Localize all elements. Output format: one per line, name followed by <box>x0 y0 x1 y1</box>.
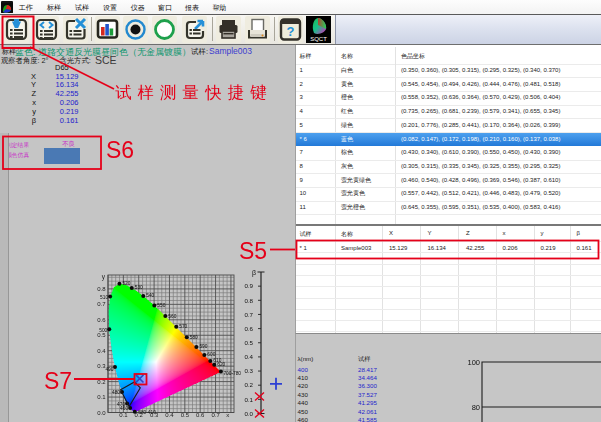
menu-item-1[interactable]: 工作 <box>19 3 33 13</box>
observer-angle: 观察者角度: 2° <box>1 56 49 66</box>
standards-row-2[interactable]: 2黄色(0.545, 0.454), (0.494, 0.426), (0.44… <box>296 78 601 92</box>
standards-samples-panel: 标样名称色品坐标1白色(0.350, 0.360), (0.305, 0.315… <box>295 45 601 333</box>
y-axis-label: y <box>102 273 106 281</box>
samples-header-7: y <box>541 230 544 236</box>
samples-header-6: x <box>503 230 506 236</box>
samples-header-2: 名称 <box>341 230 353 239</box>
transfer-list-button[interactable] <box>34 16 59 43</box>
xyz-row-label: β <box>32 117 36 126</box>
print-preview-button[interactable] <box>245 16 270 43</box>
standards-row-5[interactable]: 5绿色(0.201, 0.776), (0.285, 0.441), (0.17… <box>296 119 601 133</box>
menu-item-2[interactable]: 标样 <box>47 3 61 13</box>
annotation-s5: S5 <box>239 238 267 265</box>
y-tick-label: 0.6 <box>97 317 106 323</box>
sqct-button[interactable]: SQCT <box>306 16 331 43</box>
x-tick-label: 0.1 <box>119 412 128 418</box>
beta-tick-label: 0.6 <box>244 325 253 332</box>
spectral-panel: λ(nm) 试样 40028.41741034.46442036.3004303… <box>295 333 601 422</box>
standards-row-name: 红色 <box>341 105 353 119</box>
standards-row-8[interactable]: 8灰色(0.305, 0.315), (0.335, 0.345), (0.32… <box>296 160 601 174</box>
standards-row-4[interactable]: 4红色(0.735, 0.265), (0.681, 0.239), (0.57… <box>296 105 601 119</box>
measure-sample-shortcut-button[interactable] <box>4 16 29 43</box>
x-tick-label: 0.3 <box>150 412 159 418</box>
beta-plus-marker <box>270 378 282 390</box>
spectral-sample-header: 试样 <box>358 355 370 364</box>
menu-item-8[interactable]: 帮助 <box>213 3 227 13</box>
delete-record-button[interactable] <box>63 16 88 43</box>
standards-row-coords: (0.645, 0.355), (0.595, 0.351), (0.535, … <box>401 201 560 215</box>
menu-item-6[interactable]: 窗口 <box>158 3 172 13</box>
standards-row-3[interactable]: 3橙色(0.558, 0.352), (0.636, 0.364), (0.57… <box>296 91 601 105</box>
standards-row-coords: (0.557, 0.442), (0.512, 0.421), (0.446, … <box>401 187 560 201</box>
standards-row-6[interactable]: * 6蓝色(0.082, 0.147), (0.172, 0.198), (0.… <box>296 133 601 147</box>
wavelength-header: λ(nm) <box>298 355 314 362</box>
x-tick-label: 0.4 <box>165 412 174 418</box>
color-simulation-swatch <box>44 148 80 164</box>
y-tick-label: 0.2 <box>97 379 106 385</box>
beta-axis-label: β <box>252 269 256 277</box>
standards-row-name: 灰色 <box>341 160 353 174</box>
samples-row-1[interactable]: * 1Sample00315.12916.13442.2550.2060.219… <box>296 241 601 252</box>
print-button[interactable] <box>216 16 241 43</box>
export-data-button[interactable] <box>182 16 207 43</box>
spectral-row-3: 42036.300 <box>296 382 416 390</box>
spectral-wavelength: 410 <box>298 374 308 382</box>
spectral-wavelength: 420 <box>298 382 308 390</box>
xyz-value-table: X15.129Y16.134Z42.255x0.206y0.219β0.161 <box>0 73 80 127</box>
samples-cell: 15.129 <box>389 245 407 251</box>
sqct-label: SQCT <box>310 36 327 42</box>
standards-row-1[interactable]: 1白色(0.350, 0.360), (0.305, 0.315), (0.29… <box>296 64 601 78</box>
mdi-background-strip <box>0 133 9 422</box>
printer-icon <box>216 16 241 43</box>
standards-row-10[interactable]: 10萤光黄色(0.557, 0.442), (0.512, 0.421), (0… <box>296 187 601 201</box>
menu-item-4[interactable]: 设置 <box>103 3 117 13</box>
spectral-row-6: 45042.061 <box>296 408 416 416</box>
standards-row-name: 橙色 <box>341 91 353 105</box>
row-divider <box>296 286 601 287</box>
menu-item-3[interactable]: 试样 <box>75 3 89 13</box>
measure-standard-button[interactable] <box>123 16 148 43</box>
standards-row-9[interactable]: 9萤光黄绿色(0.460, 0.540), (0.428, 0.496), (0… <box>296 174 601 188</box>
samples-table-top-border <box>296 224 601 226</box>
standards-row-11[interactable]: 11萤光橙色(0.645, 0.355), (0.595, 0.351), (0… <box>296 201 601 215</box>
standards-row-7[interactable]: 7棕色(0.430, 0.340), (0.610, 0.390), (0.55… <box>296 146 601 160</box>
samples-cell: 42.255 <box>466 245 484 251</box>
chart-view-button[interactable] <box>95 16 120 43</box>
beta-tick-label: 0.3 <box>244 367 253 374</box>
spectral-wavelength: 400 <box>298 366 308 374</box>
standards-row-coords: (0.430, 0.340), (0.610, 0.390), (0.550, … <box>401 146 560 160</box>
standards-row-coords: (0.735, 0.265), (0.681, 0.239), (0.579, … <box>401 105 560 119</box>
row-divider <box>296 275 601 276</box>
row-divider <box>296 252 601 253</box>
xyz-row-value: 0.161 <box>60 117 79 126</box>
samples-cell: 0.219 <box>541 245 556 251</box>
app-icon <box>1 1 13 13</box>
standards-row-coords: (0.201, 0.776), (0.285, 0.441), (0.170, … <box>401 119 560 133</box>
standards-row-name: 棕色 <box>341 146 353 160</box>
standards-row-name: 萤光黄色 <box>341 187 365 201</box>
toolbar-separator <box>212 17 213 41</box>
menu-item-5[interactable]: 仪器 <box>131 3 145 13</box>
beta-tick-label: 0.9 <box>244 282 253 289</box>
standards-row-id: 1 <box>300 64 303 78</box>
standards-row-coords: (0.460, 0.540), (0.428, 0.496), (0.369, … <box>401 174 560 188</box>
spectral-wavelength: 430 <box>298 391 308 399</box>
list-transfer-icon <box>34 16 59 43</box>
color-simulation-label: 颜色仿真 <box>6 151 29 160</box>
standards-row-id: 7 <box>300 146 303 160</box>
print-preview-icon <box>245 16 270 43</box>
annotation-shortcut-label: 试样测量快捷键 <box>115 82 273 104</box>
y-tick-label: 0.1 <box>97 394 106 400</box>
chromaticity-diagram <box>108 275 234 413</box>
standards-row-coords: (0.305, 0.315), (0.335, 0.345), (0.325, … <box>401 160 560 174</box>
help-button[interactable]: ? <box>278 16 303 43</box>
sample-value: Sample003 <box>209 46 252 56</box>
measure-sample-button[interactable] <box>152 16 177 43</box>
spectral-row-5: 44041.295 <box>296 399 416 407</box>
standards-header-2: 名称 <box>341 52 353 61</box>
menu-item-7[interactable]: 报表 <box>185 3 199 13</box>
gloss-mode-value: SCE <box>95 54 117 66</box>
beta-tick-label: 0.4 <box>244 353 253 360</box>
beta-axis <box>258 272 265 414</box>
ring-circle-icon <box>152 16 177 43</box>
